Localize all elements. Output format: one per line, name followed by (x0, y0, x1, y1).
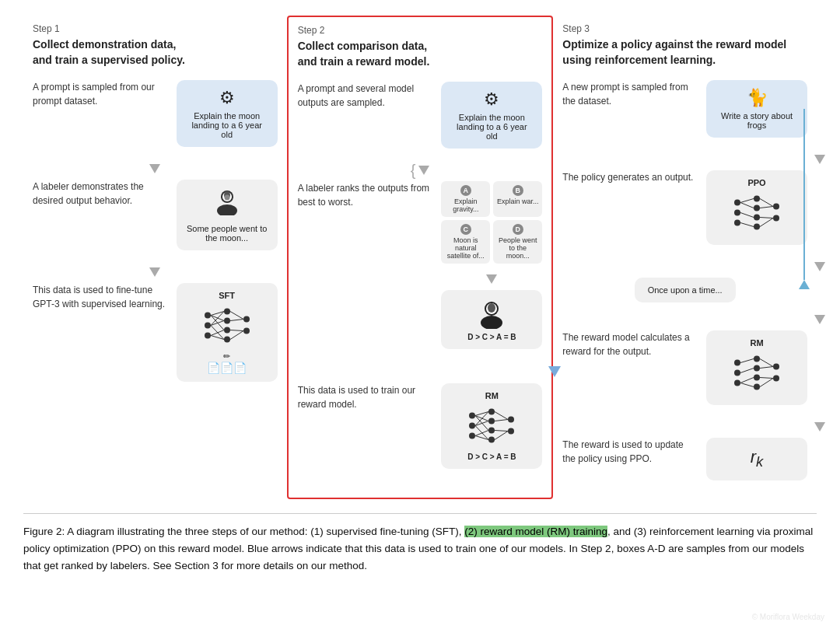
step1-arrow2 (33, 261, 278, 283)
step2-label: Step 2 (298, 25, 325, 36)
step3-prompt-box: 🐈 Write a story about frogs (706, 80, 807, 138)
svg-point-70 (734, 380, 740, 386)
step2-rm-rank: D > C > A = B (450, 453, 533, 461)
step3-ppo-box: PPO (706, 170, 807, 245)
option-d: D People went to the moon... (493, 220, 542, 264)
svg-point-68 (734, 360, 740, 366)
option-c-text: Moon is natural satellite of... (444, 236, 487, 260)
step2-col: Step 2 Collect comparison data,and train… (287, 16, 554, 499)
svg-point-53 (734, 220, 740, 226)
svg-point-71 (754, 356, 760, 362)
rm-network-icon (464, 402, 519, 449)
svg-line-84 (760, 379, 773, 387)
caption-area: Figure 2: A diagram illustrating the thr… (23, 513, 817, 575)
brace-icon: { (411, 162, 416, 180)
option-c: C Moon is natural satellite of... (441, 220, 490, 264)
sft-docs-icon: 📄📄📄 (186, 362, 268, 374)
svg-point-4 (224, 195, 229, 201)
option-b-text: Explain war... (496, 197, 539, 205)
svg-point-51 (734, 200, 740, 206)
svg-point-33 (488, 409, 495, 415)
step3-output-row: Once upon a time... (562, 278, 807, 302)
option-c-letter: C (460, 224, 471, 235)
svg-point-10 (224, 327, 230, 334)
step1-text3: This data is used to fine-tune GPT-3 wit… (33, 283, 167, 311)
caption-highlight: (2) reward model (RM) training (464, 526, 607, 537)
sft-label: SFT (186, 291, 268, 300)
step1-sft-box: SFT (177, 283, 278, 382)
labeler-person-icon (186, 187, 268, 221)
feedback-line (803, 109, 805, 280)
step3-row3: The reward model calculates a reward for… (562, 330, 807, 405)
step1-row2: A labeler demonstrates the desired outpu… (33, 180, 278, 250)
step3-rk-box: rk (706, 438, 807, 480)
svg-point-54 (754, 196, 760, 202)
svg-point-72 (754, 365, 760, 372)
step2-visual3: RM (441, 383, 542, 469)
svg-line-60 (740, 199, 754, 203)
svg-point-74 (754, 384, 760, 390)
svg-line-62 (740, 213, 754, 218)
step1-arrow1 (33, 158, 278, 180)
step1-row1: A prompt is sampled from our prompt data… (33, 80, 278, 147)
step3-text1: A new prompt is sampled from the dataset… (562, 80, 697, 108)
svg-point-11 (224, 337, 230, 343)
rm2-network-icon (730, 349, 784, 396)
feedback-arrow-icon (799, 280, 810, 289)
svg-point-52 (734, 210, 740, 216)
svg-point-55 (754, 205, 760, 211)
step3-visual2: PPO (706, 170, 807, 245)
step3-text3: The reward model calculates a reward for… (562, 330, 697, 358)
svg-line-61 (740, 203, 754, 208)
step3-arrow3 (697, 309, 840, 330)
step2-text2: A labeler ranks the outputs from best to… (298, 181, 432, 209)
step2-prompt-box: ⚙ Explain the moon landing to a 6 year o… (441, 82, 542, 149)
svg-line-77 (740, 359, 754, 363)
svg-line-25 (230, 331, 243, 340)
step1-text1: A prompt is sampled from our prompt data… (33, 80, 167, 108)
svg-line-50 (495, 432, 508, 440)
step3-arrow4 (697, 416, 840, 438)
svg-point-12 (243, 316, 250, 323)
svg-point-36 (488, 437, 495, 443)
step1-prompt-icon: ⚙ (186, 88, 268, 108)
option-b-letter: B (513, 185, 523, 196)
svg-point-38 (508, 428, 514, 435)
option-a-text: Explain gravity... (444, 197, 487, 213)
svg-line-49 (495, 431, 508, 432)
svg-point-59 (773, 215, 779, 222)
step2-visual1: ⚙ Explain the moon landing to a 6 year o… (441, 82, 542, 149)
svg-line-45 (475, 431, 488, 436)
step2-text3: This data is used to train our reward mo… (298, 383, 432, 411)
svg-line-78 (740, 369, 754, 373)
step3-prompt-text: Write a story about frogs (716, 111, 798, 130)
svg-line-83 (760, 378, 773, 379)
arrow-down-icon6 (814, 262, 825, 271)
option-b: B Explain war... (493, 181, 542, 217)
step1-visual2: Some people went to the moon... (177, 180, 278, 250)
svg-point-35 (488, 428, 495, 434)
svg-point-5 (205, 313, 211, 319)
step2-arrow1: { (298, 159, 543, 181)
svg-point-69 (734, 370, 740, 376)
svg-point-57 (754, 224, 760, 230)
step3-prompt-icon: 🐈 (716, 88, 798, 108)
step2-title: Collect comparison data,and train a rewa… (298, 39, 430, 69)
step3-text4: The reward is used to update the policy … (562, 438, 697, 466)
ppo-label: PPO (716, 178, 798, 187)
rm2-label: RM (716, 338, 798, 348)
step2-rm-box: RM (441, 383, 542, 469)
svg-line-81 (760, 359, 773, 367)
diagram-area: Step 1 Collect demonstration data,and tr… (23, 16, 817, 499)
options-grid: A Explain gravity... B Explain war... C … (441, 181, 542, 264)
svg-line-66 (760, 218, 773, 218)
step3-visual4: rk (706, 438, 807, 480)
feedback-arrow-container (800, 109, 809, 290)
svg-point-58 (773, 204, 779, 210)
step3-arrow2 (697, 256, 840, 278)
step2-row1: A prompt and several model outputs are s… (298, 82, 543, 149)
ppo-network-icon (730, 189, 784, 236)
svg-line-24 (230, 330, 243, 331)
arrow-down-icon2 (149, 267, 160, 277)
svg-point-1 (217, 204, 237, 215)
